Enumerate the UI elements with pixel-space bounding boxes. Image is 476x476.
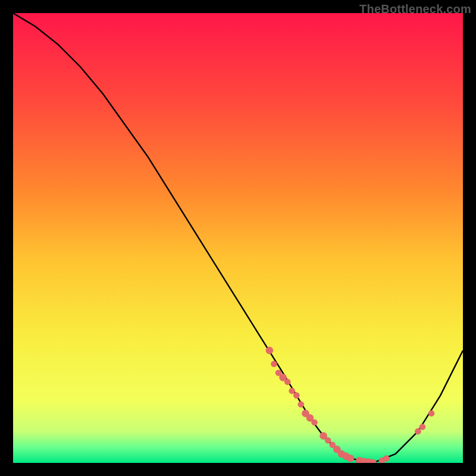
data-point [284,379,290,385]
data-point [347,455,354,462]
data-point [415,428,421,434]
data-point [271,361,277,367]
chart-overlay [13,13,463,463]
data-point [293,393,299,399]
data-point [428,411,434,416]
data-point [298,402,304,408]
watermark-label: TheBottleneck.com [359,2,471,16]
data-point [266,347,273,354]
data-points-group [266,347,434,463]
chart-frame: TheBottleneck.com [0,0,476,476]
data-point [289,388,295,394]
bottleneck-curve [13,13,463,463]
data-point [325,437,331,443]
plot-area [13,13,463,463]
data-point [419,424,425,430]
data-point [384,455,390,461]
data-point [312,419,318,425]
